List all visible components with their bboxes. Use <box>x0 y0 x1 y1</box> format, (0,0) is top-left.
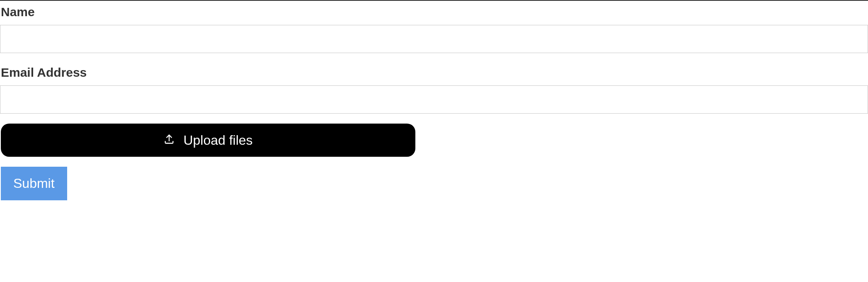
submit-button[interactable]: Submit <box>1 167 67 200</box>
spacer <box>0 53 868 61</box>
upload-files-button[interactable]: Upload files <box>1 124 415 157</box>
submit-label: Submit <box>13 176 55 191</box>
name-label: Name <box>0 1 868 25</box>
email-label: Email Address <box>0 61 868 85</box>
form: Name Email Address Upload files Submit <box>0 1 868 200</box>
upload-label: Upload files <box>183 133 252 148</box>
name-input[interactable] <box>0 25 868 53</box>
upload-icon <box>163 133 175 148</box>
email-input[interactable] <box>0 85 868 114</box>
